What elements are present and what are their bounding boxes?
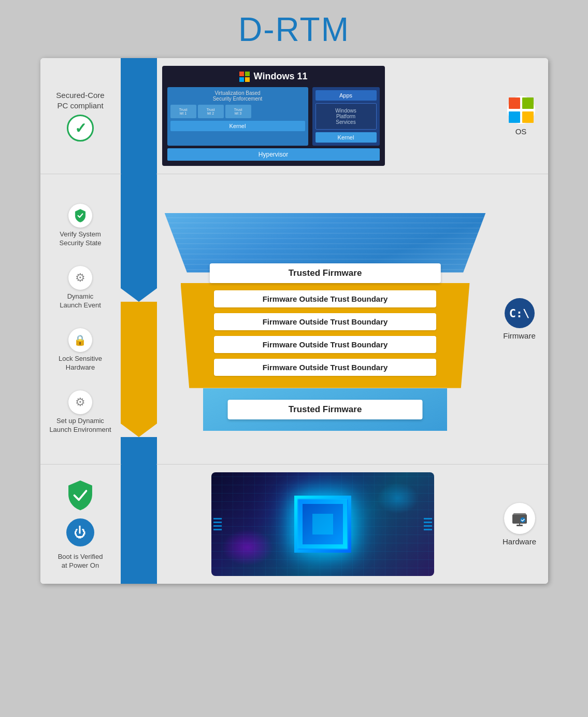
chip-image [211,472,434,576]
chip-die [303,504,343,544]
boot-label: Boot is Verified at Power On [58,553,103,570]
ribbon-arrow-os [121,174,157,187]
page-container: D-RTM Secured-Core PC compliant ✓ [0,0,588,717]
chip-glow-left [222,529,274,566]
row-hardware: ⏻ Boot is Verified at Power On [40,465,548,584]
row-os: Secured-Core PC compliant ✓ Wi [40,58,548,174]
trustlet-3: Trustlet 3 [225,105,251,118]
col-left-os: Secured-Core PC compliant ✓ [40,58,121,174]
fw-yellow-body: Firmware Outside Trust Boundary Firmware… [181,283,470,388]
win11-title: Windows 11 [254,71,308,82]
chip-pins-left [211,518,222,530]
chip-die-center [312,514,333,535]
chip-inner [297,499,348,550]
pin [424,522,432,523]
platform-services: Windows Platform Services [315,103,377,130]
pin [424,529,432,530]
step-launch-event: ⚙ DynamicLaunch Event [60,266,101,310]
os-icon-col: OS [507,96,535,136]
step-verify-label: Verify SystemSecurity State [60,230,102,248]
gear-icon-1: ⚙ [75,271,85,285]
svg-point-3 [520,517,525,523]
gear-icon-2: ⚙ [75,396,85,409]
col-ribbon-hardware [121,465,157,584]
win11-right-panel: Apps Windows Platform Services Kernel [312,87,380,146]
fw-stack-wrapper: Trusted Firmware Firmware Outside Trust … [165,213,486,431]
col-left-hardware: ⏻ Boot is Verified at Power On [40,465,121,584]
checkmark-icon: ✓ [75,120,87,137]
step-verify: Verify SystemSecurity State [60,204,102,248]
step-lock-label: Lock SensitiveHardware [59,355,102,372]
col-ribbon-firmware [121,174,157,464]
chip-pins-right [424,518,434,530]
ms-sq-red [509,97,520,109]
trustlet-1: Trustlet 1 [170,105,196,118]
firmware-icon-label: Firmware [503,331,536,340]
pin [424,518,432,519]
os-check-circle: ✓ [67,115,94,142]
ms-sq-blue [509,111,520,123]
fw-outside-1: Firmware Outside Trust Boundary [214,290,436,307]
fw-blue-top-wrapper: Trusted Firmware [165,213,486,273]
ribbon-blue-fw-bottom [121,437,157,464]
fw-trusted-bottom-label: Trusted Firmware [227,400,423,419]
step-setup-label: Set up DynamicLaunch Environment [49,417,111,434]
kernel-right: Kernel [315,132,377,143]
svg-rect-1 [513,513,526,515]
win11-header: Windows 11 [167,71,380,82]
shield-check-icon [73,208,88,223]
step-lock-icon-circle: 🔒 [68,328,92,352]
fw-outside-4: Firmware Outside Trust Boundary [214,359,436,376]
step-setup: ⚙ Set up DynamicLaunch Environment [49,390,111,434]
pin [213,525,222,527]
os-left-label: Secured-Core PC compliant [56,90,104,110]
vbs-title: Virtualization Based Security Enforcemen… [170,90,305,102]
shield-green-icon [65,479,96,512]
trustlets: Trustlet 1 Trustlet 2 Trustlet 3 [170,105,305,118]
hardware-badge-icon [510,509,529,528]
firmware-cmd-icon: C:\ [505,298,535,328]
ms-sq-yellow [522,111,534,123]
hardware-icon-circle [504,503,535,534]
step-launch-event-icon-circle: ⚙ [68,266,92,290]
win11-vbs: Virtualization Based Security Enforcemen… [167,87,308,146]
power-button-icon: ⏻ [66,518,94,546]
col-main-firmware: Trusted Firmware Firmware Outside Trust … [157,174,491,464]
ribbon-blue-os [121,58,157,174]
pin [213,518,222,519]
step-setup-icon-circle: ⚙ [68,390,92,414]
hardware-icon-label: Hardware [503,537,536,546]
pin [424,525,432,527]
step-launch-event-label: DynamicLaunch Event [60,292,101,310]
fw-outside-3: Firmware Outside Trust Boundary [214,336,436,353]
ribbon-blue-fw-top [121,174,157,288]
ribbon-blue-fw-bottom-arrow [121,464,157,477]
cmd-text: C:\ [509,307,530,320]
win11-inner: Virtualization Based Security Enforcemen… [167,87,380,146]
os-icon-label: OS [515,127,527,136]
kernel-left: Kernel [170,121,305,131]
fw-trusted-top-label: Trusted Firmware [209,263,440,283]
chip-glow-right [377,483,419,514]
ms-sq-green [522,97,534,109]
col-main-os: Windows 11 Virtualization Based Security… [157,58,543,174]
hypervisor: Hypervisor [167,148,380,161]
apps-label: Apps [315,90,377,101]
step-verify-icon-circle [68,204,92,228]
ribbon-blue-fw-arrow [121,288,157,302]
diagram-wrapper: Secured-Core PC compliant ✓ Wi [40,58,548,584]
col-ribbon-os [121,58,157,174]
page-title: D-RTM [238,10,350,49]
fw-outside-2: Firmware Outside Trust Boundary [214,313,436,330]
step-lock: 🔒 Lock SensitiveHardware [59,328,102,372]
power-icon: ⏻ [74,525,87,540]
fw-blue-bottom-layer: Trusted Firmware [203,388,447,431]
trustlet-2: Trustlet 2 [198,105,224,118]
col-right-hardware: Hardware [491,465,548,584]
ribbon-blue-hw [121,465,157,584]
pin [213,529,222,530]
col-right-firmware: C:\ Firmware [491,174,548,464]
os-right-spacer [543,58,548,174]
row-firmware: Verify SystemSecurity State ⚙ DynamicLau… [40,174,548,465]
microsoft-logo [507,96,535,124]
